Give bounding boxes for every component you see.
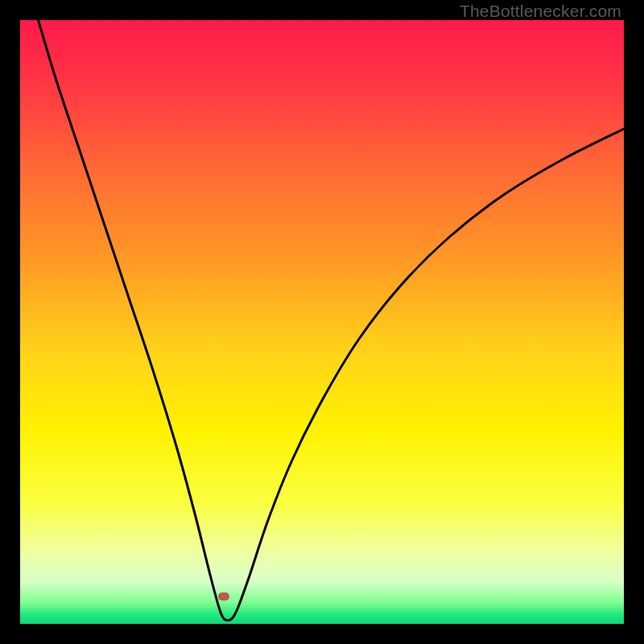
plot-frame — [20, 20, 624, 624]
optimal-point-marker — [218, 592, 229, 601]
gradient-background — [20, 20, 624, 624]
watermark-text: TheBottlenecker.com — [460, 2, 621, 21]
bottleneck-plot — [20, 20, 624, 624]
